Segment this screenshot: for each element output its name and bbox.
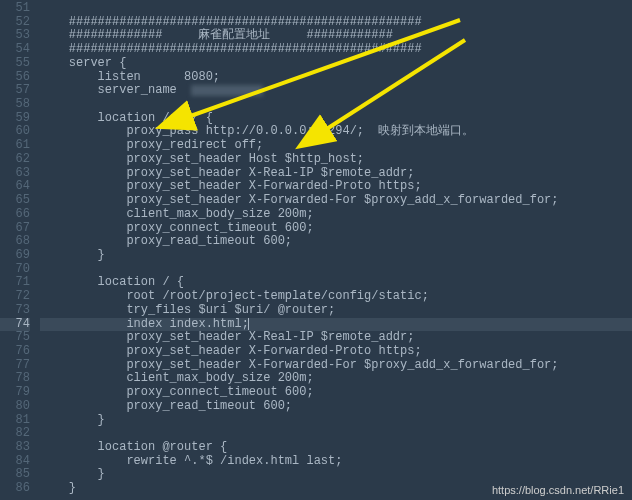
line-number: 83 [0,441,30,455]
code-line[interactable]: listen 8080; [40,71,632,85]
code-line[interactable]: location /api/ { [40,112,632,126]
code-line[interactable]: } [40,468,632,482]
code-line[interactable] [40,98,632,112]
line-number: 70 [0,263,30,277]
line-number: 52 [0,16,30,30]
line-number: 59 [0,112,30,126]
code-line[interactable]: proxy_set_header X-Forwarded-Proto https… [40,180,632,194]
code-line[interactable]: index index.html; [40,318,632,332]
line-number: 65 [0,194,30,208]
line-number: 66 [0,208,30,222]
code-line[interactable]: root /root/project-template/config/stati… [40,290,632,304]
line-number: 74 [0,318,30,332]
line-number: 85 [0,468,30,482]
code-line[interactable]: proxy_set_header X-Real-IP $remote_addr; [40,167,632,181]
code-line[interactable]: proxy_set_header X-Real-IP $remote_addr; [40,331,632,345]
line-number: 60 [0,125,30,139]
line-number: 73 [0,304,30,318]
code-line[interactable] [40,427,632,441]
code-editor[interactable]: 5152535455565758596061626364656667686970… [0,0,632,496]
line-number: 55 [0,57,30,71]
text-cursor [248,318,249,330]
line-number: 64 [0,180,30,194]
line-number: 51 [0,2,30,16]
code-line[interactable]: proxy_set_header X-Forwarded-Proto https… [40,345,632,359]
line-number: 84 [0,455,30,469]
code-line[interactable]: location / { [40,276,632,290]
code-line[interactable]: proxy_pass http://0.0.0.0:20294/; 映射到本地端… [40,125,632,139]
code-line[interactable]: proxy_connect_timeout 600; [40,222,632,236]
line-number: 56 [0,71,30,85]
line-number: 57 [0,84,30,98]
line-number: 77 [0,359,30,373]
line-number: 76 [0,345,30,359]
code-line[interactable]: server { [40,57,632,71]
line-number: 62 [0,153,30,167]
line-number: 72 [0,290,30,304]
line-number: 82 [0,427,30,441]
code-line[interactable]: proxy_set_header X-Forwarded-For $proxy_… [40,359,632,373]
code-line[interactable]: } [40,249,632,263]
redacted-text [191,85,263,96]
code-line[interactable]: proxy_set_header Host $http_host; [40,153,632,167]
code-line[interactable]: ########################################… [40,43,632,57]
watermark: https://blog.csdn.net/RRie1 [492,484,624,496]
line-number: 67 [0,222,30,236]
line-number: 68 [0,235,30,249]
code-line[interactable]: proxy_read_timeout 600; [40,400,632,414]
code-line[interactable]: try_files $uri $uri/ @router; [40,304,632,318]
line-number: 54 [0,43,30,57]
line-number: 86 [0,482,30,496]
code-line[interactable]: } [40,414,632,428]
code-line[interactable]: server_name [40,84,632,98]
line-number-gutter: 5152535455565758596061626364656667686970… [0,0,40,496]
line-number: 79 [0,386,30,400]
line-number: 53 [0,29,30,43]
code-line[interactable] [40,2,632,16]
code-line[interactable]: client_max_body_size 200m; [40,208,632,222]
code-line[interactable]: proxy_connect_timeout 600; [40,386,632,400]
line-number: 71 [0,276,30,290]
code-line[interactable]: location @router { [40,441,632,455]
code-line[interactable] [40,263,632,277]
code-line[interactable]: ############# 麻雀配置地址 ############ [40,29,632,43]
code-line[interactable]: client_max_body_size 200m; [40,372,632,386]
line-number: 69 [0,249,30,263]
code-line[interactable]: proxy_read_timeout 600; [40,235,632,249]
line-number: 80 [0,400,30,414]
code-line[interactable]: rewrite ^.*$ /index.html last; [40,455,632,469]
line-number: 63 [0,167,30,181]
line-number: 78 [0,372,30,386]
line-number: 58 [0,98,30,112]
code-line[interactable]: proxy_set_header X-Forwarded-For $proxy_… [40,194,632,208]
code-line[interactable]: proxy_redirect off; [40,139,632,153]
code-content[interactable]: ########################################… [40,0,632,496]
line-number: 61 [0,139,30,153]
line-number: 75 [0,331,30,345]
line-number: 81 [0,414,30,428]
